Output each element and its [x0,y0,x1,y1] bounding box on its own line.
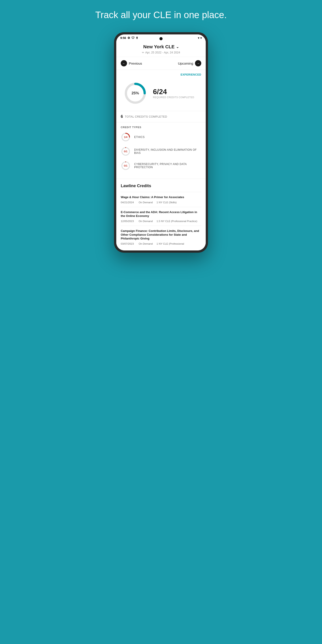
total-credits-bar: 6 TOTAL CREDITS COMPLETED [116,111,206,122]
course-meta: 12/05/2023 On Demand 1.5 NY CLE (Profess… [121,220,201,222]
settings-icon: ⚙ [128,36,130,40]
course-date: 04/21/2024 [121,201,136,204]
diversity-donut: 0/1 [121,146,130,156]
ethics-donut: 1/4 [121,132,130,142]
date-range-text: Apr, 25 2022 - Apr, 24 2024 [145,51,180,54]
pencil-icon: ✏ [142,51,144,54]
list-item: 0/1 DIVERSITY, INCLUSION AND ELIMINATION… [121,146,201,156]
course-format: On Demand [139,242,154,245]
course-title: Wage & Hour Claims: A Primer for Associa… [121,195,201,199]
previous-button[interactable]: ← Previous [121,60,142,66]
status-time: 9:56 [120,36,126,40]
course-credits: 1.5 NY CLE (Professional Practice) [156,220,197,222]
list-item: 1/4 ETHICS [121,132,201,142]
app-content: New York CLE ⌄ ✏ Apr, 25 2022 - Apr, 24 … [116,40,206,250]
status-right: ▾ ▾ [198,36,202,40]
signal-bars-icon: ▾ [200,36,202,40]
upcoming-button[interactable]: Upcoming → [178,60,201,66]
table-row[interactable]: Campaign Finance: Contribution Limits, D… [121,226,201,248]
course-date: 12/05/2023 [121,220,136,222]
city-name: New York CLE [143,44,174,50]
total-credits-label: TOTAL CREDITS COMPLETED [125,115,167,118]
cyber-fraction: 0/1 [124,164,128,167]
list-item: 0/1 CYBERSECURITY, PRIVACY AND DATA PROT… [121,161,201,170]
course-credits: 1 NY CLE (Skills) [156,201,177,204]
course-credits: 1 NY CLE (Professional [156,242,184,245]
experienced-section: EXPERIENCED [116,70,206,76]
city-title[interactable]: New York CLE ⌄ [121,44,201,50]
credits-label: REQUIRED CREDITS COMPLETED [153,96,199,98]
donut-percentage: 25% [132,91,139,96]
diversity-fraction: 0/1 [124,150,128,153]
cyber-donut: 0/1 [121,161,130,170]
app-header: New York CLE ⌄ ✏ Apr, 25 2022 - Apr, 24 … [116,40,206,57]
phone-screen: 9:56 ⚙ 🛡 ⬆ ▾ ▾ New York CLE ⌄ ✏ Apr, 25 [116,34,206,250]
progress-section: 25% 6/24 REQUIRED CREDITS COMPLETED [116,76,206,111]
table-row[interactable]: Wage & Hour Claims: A Primer for Associa… [121,192,201,207]
ethics-label: ETHICS [134,136,145,139]
course-format: On Demand [139,220,154,222]
camera-notch [160,37,162,40]
course-title: E-Commerce and the ADA: Recent Access Li… [121,210,201,218]
lawline-section: Lawline Credits Wage & Hour Claims: A Pr… [116,179,206,250]
course-meta: 03/07/2023 On Demand 1 NY CLE (Professio… [121,242,201,245]
ethics-fraction: 1/4 [124,136,128,138]
previous-arrow-icon: ← [121,60,127,66]
course-date: 03/07/2023 [121,242,136,245]
phone-mockup: 9:56 ⚙ 🛡 ⬆ ▾ ▾ New York CLE ⌄ ✏ Apr, 25 [114,32,208,253]
signal-icon: ⬆ [136,36,138,40]
nav-bar: ← Previous Upcoming → [116,57,206,70]
experienced-badge: EXPERIENCED [180,73,201,76]
chevron-down-icon: ⌄ [176,45,179,49]
credit-types-section: CREDIT TYPES 1/4 ETHICS [116,122,206,179]
table-row[interactable]: E-Commerce and the ADA: Recent Access Li… [121,207,201,226]
upcoming-arrow-icon: → [195,60,201,66]
credits-info: 6/24 REQUIRED CREDITS COMPLETED [153,88,199,98]
status-left: 9:56 ⚙ 🛡 ⬆ [120,36,138,40]
date-range: ✏ Apr, 25 2022 - Apr, 24 2024 [121,51,201,54]
credit-types-title: CREDIT TYPES [121,126,201,128]
course-format: On Demand [139,201,154,204]
previous-label: Previous [129,62,142,65]
wifi-icon: ▾ [198,36,199,40]
credits-fraction: 6/24 [153,88,199,95]
course-title: Campaign Finance: Contribution Limits, D… [121,229,201,240]
course-meta: 04/21/2024 On Demand 1 NY CLE (Skills) [121,201,201,204]
diversity-label: DIVERSITY, INCLUSION AND ELIMINATION OF … [134,148,201,154]
donut-chart: 25% [123,81,148,106]
hero-title: Track all your CLE in one place. [95,9,227,21]
total-credits-number: 6 [121,114,123,119]
shield-icon: 🛡 [132,36,134,40]
cyber-label: CYBERSECURITY, PRIVACY AND DATA PROTECTI… [134,162,201,169]
lawline-title: Lawline Credits [121,183,201,188]
upcoming-label: Upcoming [178,62,193,65]
